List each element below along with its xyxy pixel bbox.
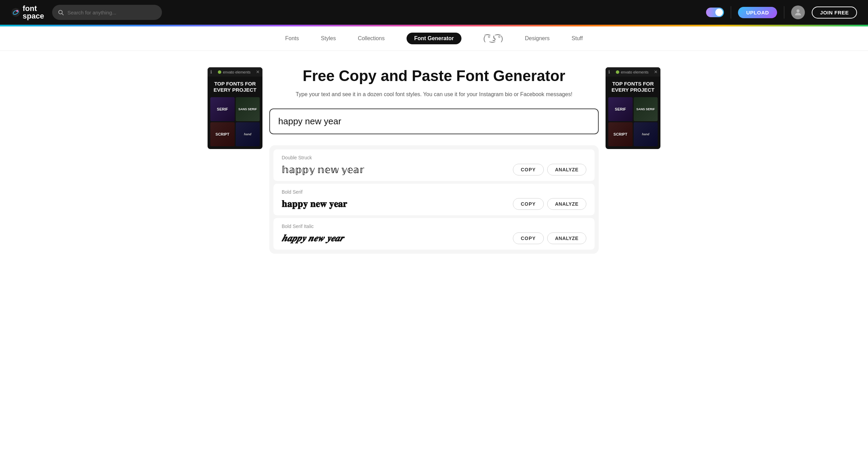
right-ad-title: TOP FONTS FOR EVERY PROJECT — [606, 77, 660, 94]
avatar[interactable] — [791, 5, 805, 19]
user-icon — [794, 8, 802, 17]
envato-icon-left — [218, 70, 222, 74]
card-actions-double-struck: COPY ANALYZE — [513, 164, 586, 175]
left-ad-info-icon[interactable]: ℹ — [210, 69, 212, 75]
subtitle: Type your text and see it in a dozen coo… — [269, 91, 599, 98]
logo-text: font space — [23, 5, 44, 20]
page-title: Free Copy and Paste Font Generator — [269, 67, 599, 84]
left-ad-title: TOP FONTS FOR EVERY PROJECT — [208, 77, 262, 94]
font-label-bold-serif-italic: Bold Serif Italic — [282, 224, 586, 229]
svg-point-6 — [218, 70, 221, 74]
logo-font-word: font — [23, 5, 44, 12]
analyze-button-double-struck[interactable]: ANALYZE — [547, 164, 586, 175]
divider-2 — [784, 6, 784, 19]
font-preview-double-struck: 𝕙𝕒𝕡𝕡𝕪 𝕟𝕖𝕨 𝕪𝕖𝕒𝕣 — [282, 164, 513, 175]
right-ad-sans-img[interactable]: SANS SERIF — [634, 97, 658, 121]
search-icon — [58, 9, 64, 15]
right-ad-close-icon[interactable]: ✕ — [654, 69, 658, 75]
right-sidebar-ad: ℹ envato elements ✕ TOP FONTS FOR EVERY … — [606, 51, 660, 149]
left-ad-sans-img[interactable]: SANS SERIF — [236, 97, 260, 121]
copy-button-bold-serif[interactable]: COPY — [513, 198, 544, 210]
right-ad-images: SERIF SANS SERIF SCRIPT hand — [606, 94, 660, 149]
left-ad-hand-img[interactable]: hand — [236, 122, 260, 146]
theme-toggle[interactable] — [706, 8, 724, 17]
right-ad-top-bar: ℹ envato elements ✕ — [606, 67, 660, 77]
left-sidebar-ad: ℹ envato elements ✕ TOP FONTS FOR EVERY … — [208, 51, 262, 149]
envato-icon-right — [615, 70, 620, 74]
right-ad-hand-img[interactable]: hand — [634, 122, 658, 146]
toggle-knob — [715, 9, 723, 16]
font-preview-bold-serif-italic: 𝒉𝒂𝒑𝒑𝒚 𝒏𝒆𝒘 𝒚𝒆𝒂𝒓 — [282, 233, 513, 244]
font-card-row-bold-serif-italic: 𝒉𝒂𝒑𝒑𝒚 𝒏𝒆𝒘 𝒚𝒆𝒂𝒓 COPY ANALYZE — [282, 232, 586, 244]
font-card-row-double-struck: 𝕙𝕒𝕡𝕡𝕪 𝕟𝕖𝕨 𝕪𝕖𝕒𝕣 COPY ANALYZE — [282, 164, 586, 175]
svg-point-5 — [797, 9, 800, 12]
nav-item-collections[interactable]: Collections — [358, 35, 385, 42]
font-card-bold-serif: Bold Serif 𝐡𝐚𝐩𝐩𝐲 𝐧𝐞𝐰 𝐲𝐞𝐚𝐫 COPY ANALYZE — [273, 184, 595, 215]
nav-item-designers[interactable]: Designers — [525, 35, 550, 42]
svg-point-7 — [616, 70, 619, 74]
font-card-row-bold-serif: 𝐡𝐚𝐩𝐩𝐲 𝐧𝐞𝐰 𝐲𝐞𝐚𝐫 COPY ANALYZE — [282, 198, 586, 210]
svg-point-0 — [11, 8, 20, 16]
header: font space UPLOAD JOIN FREE — [0, 0, 868, 25]
right-ad-serif-img[interactable]: SERIF — [608, 97, 633, 121]
font-label-bold-serif: Bold Serif — [282, 189, 586, 195]
right-ad-script-img[interactable]: SCRIPT — [608, 122, 633, 146]
font-label-double-struck: Double Struck — [282, 155, 586, 160]
font-card-double-struck: Double Struck 𝕙𝕒𝕡𝕡𝕪 𝕟𝕖𝕨 𝕪𝕖𝕒𝕣 COPY ANALYZ… — [273, 149, 595, 181]
header-right: UPLOAD JOIN FREE — [706, 5, 857, 19]
search-input[interactable] — [67, 10, 156, 15]
nav-item-stuff[interactable]: Stuff — [572, 35, 583, 42]
right-ad-inner: ℹ envato elements ✕ TOP FONTS FOR EVERY … — [606, 67, 660, 149]
left-ad-close-icon[interactable]: ✕ — [256, 69, 260, 75]
copy-button-double-struck[interactable]: COPY — [513, 164, 544, 175]
divider-1 — [731, 6, 731, 19]
left-ad-top-bar: ℹ envato elements ✕ — [208, 67, 262, 77]
logo-space-word: space — [23, 12, 44, 20]
nav-item-lenny[interactable]: ( ͡° ͜ʖ ͡°) — [483, 34, 503, 43]
font-card-bold-serif-italic: Bold Serif Italic 𝒉𝒂𝒑𝒑𝒚 𝒏𝒆𝒘 𝒚𝒆𝒂𝒓 COPY AN… — [273, 218, 595, 250]
content-area: Free Copy and Paste Font Generator Type … — [262, 51, 606, 267]
logo-icon — [11, 8, 21, 17]
analyze-button-bold-serif[interactable]: ANALYZE — [547, 198, 586, 210]
main-content: Free Copy and Paste Font Generator Type … — [262, 51, 606, 267]
text-input-wrap[interactable] — [269, 109, 599, 134]
font-cards-container: Double Struck 𝕙𝕒𝕡𝕡𝕪 𝕟𝕖𝕨 𝕪𝕖𝕒𝕣 COPY ANALYZ… — [269, 145, 599, 254]
left-ad-images: SERIF SANS SERIF SCRIPT hand — [208, 94, 262, 149]
card-actions-bold-serif-italic: COPY ANALYZE — [513, 232, 586, 244]
layout-wrap: ℹ envato elements ✕ TOP FONTS FOR EVERY … — [0, 51, 868, 267]
nav-item-fonts[interactable]: Fonts — [285, 35, 299, 42]
svg-point-2 — [16, 10, 18, 12]
left-ad-serif-img[interactable]: SERIF — [210, 97, 235, 121]
left-ad-envato-logo: envato elements — [218, 70, 251, 74]
logo[interactable]: font space — [11, 5, 44, 20]
font-text-input[interactable] — [278, 116, 590, 127]
right-ad-envato-logo: envato elements — [615, 70, 649, 74]
nav-item-font-generator[interactable]: Font Generator — [407, 33, 461, 44]
toggle-pill[interactable] — [706, 8, 724, 17]
card-actions-bold-serif: COPY ANALYZE — [513, 198, 586, 210]
copy-button-bold-serif-italic[interactable]: COPY — [513, 232, 544, 244]
svg-line-4 — [62, 13, 63, 15]
left-ad-script-img[interactable]: SCRIPT — [210, 122, 235, 146]
analyze-button-bold-serif-italic[interactable]: ANALYZE — [547, 232, 586, 244]
nav-item-styles[interactable]: Styles — [321, 35, 336, 42]
search-bar[interactable] — [52, 5, 162, 20]
left-ad-inner: ℹ envato elements ✕ TOP FONTS FOR EVERY … — [208, 67, 262, 149]
main-nav: Fonts Styles Collections Font Generator … — [0, 26, 868, 51]
font-preview-bold-serif: 𝐡𝐚𝐩𝐩𝐲 𝐧𝐞𝐰 𝐲𝐞𝐚𝐫 — [282, 198, 513, 210]
upload-button[interactable]: UPLOAD — [738, 7, 777, 18]
right-ad-info-icon[interactable]: ℹ — [608, 69, 610, 75]
join-free-button[interactable]: JOIN FREE — [812, 7, 857, 19]
